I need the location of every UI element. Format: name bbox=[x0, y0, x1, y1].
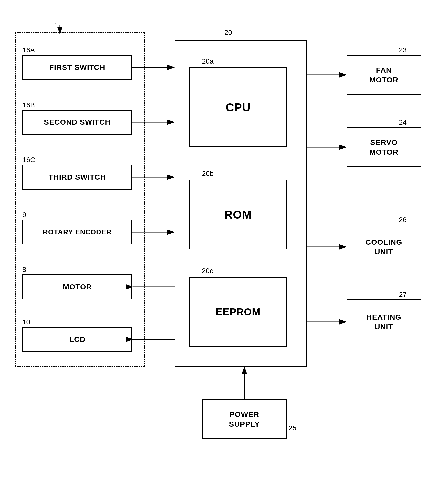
ref-16b: 16B bbox=[22, 101, 35, 109]
lcd-box: LCD bbox=[22, 327, 132, 352]
ref-23: 23 bbox=[399, 46, 407, 54]
ref-16a: 16A bbox=[22, 46, 35, 54]
first-switch-box: FIRST SWITCH bbox=[22, 55, 132, 80]
cpu-box: CPU bbox=[189, 67, 287, 147]
ref-26: 26 bbox=[399, 216, 407, 224]
rom-box: ROM bbox=[189, 180, 287, 249]
rotary-encoder-box: ROTARY ENCODER bbox=[22, 220, 132, 244]
ref-20a: 20a bbox=[202, 57, 214, 65]
power-supply-box: POWER SUPPLY bbox=[202, 399, 287, 439]
motor-box: MOTOR bbox=[22, 274, 132, 299]
ref-20b: 20b bbox=[202, 170, 214, 178]
third-switch-box: THIRD SWITCH bbox=[22, 165, 132, 190]
ref-10: 10 bbox=[22, 318, 30, 326]
ref-1: 1 bbox=[55, 21, 59, 29]
ref-16c: 16C bbox=[22, 156, 35, 164]
ref-8: 8 bbox=[22, 266, 26, 274]
ref-25: 25 bbox=[289, 424, 296, 432]
ref-27: 27 bbox=[399, 291, 407, 299]
cooling-unit-box: COOLING UNIT bbox=[347, 225, 421, 269]
left-group-enclosure bbox=[15, 32, 145, 367]
ref-9: 9 bbox=[22, 211, 26, 219]
eeprom-box: EEPROM bbox=[189, 277, 287, 347]
ref-20: 20 bbox=[224, 29, 232, 37]
fan-motor-box: FAN MOTOR bbox=[347, 55, 421, 95]
servo-motor-box: SERVO MOTOR bbox=[347, 127, 421, 167]
second-switch-box: SECOND SWITCH bbox=[22, 110, 132, 135]
block-diagram: 1 FIRST SWITCH 16A SECOND SWITCH 16B THI… bbox=[0, 0, 448, 482]
heating-unit-box: HEATING UNIT bbox=[347, 299, 421, 344]
ref-24: 24 bbox=[399, 119, 407, 126]
ref-20c: 20c bbox=[202, 267, 213, 275]
